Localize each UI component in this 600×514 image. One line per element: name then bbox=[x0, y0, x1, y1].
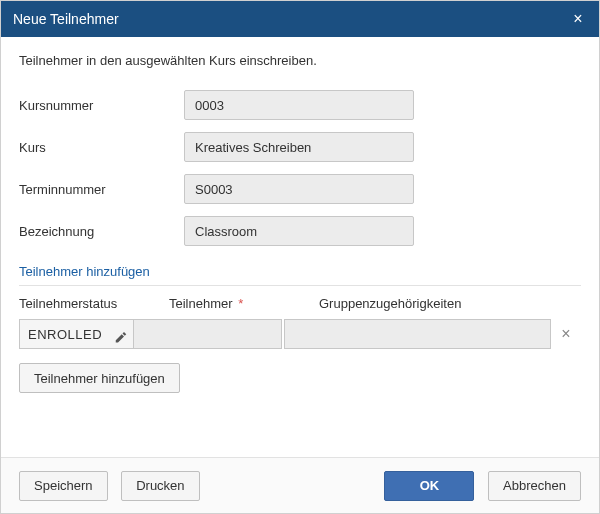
required-asterisk: * bbox=[238, 296, 243, 311]
participant-cell[interactable] bbox=[134, 319, 282, 349]
add-participant-button[interactable]: Teilnehmer hinzufügen bbox=[19, 363, 180, 393]
pencil-icon bbox=[115, 332, 127, 344]
course-label: Kurs bbox=[19, 140, 184, 155]
new-participants-dialog: Neue Teilnehmer × Teilnehmer in den ausg… bbox=[0, 0, 600, 514]
status-cell[interactable]: ENROLLED bbox=[19, 319, 134, 349]
dialog-footer: Speichern Drucken OK Abbrechen bbox=[1, 457, 599, 513]
section-title: Teilnehmer hinzufügen bbox=[19, 264, 581, 279]
designation-value: Classroom bbox=[184, 216, 414, 246]
divider bbox=[19, 285, 581, 286]
session-number-value: S0003 bbox=[184, 174, 414, 204]
dialog-content: Teilnehmer in den ausgewählten Kurs eins… bbox=[1, 37, 599, 457]
col-participant-label: Teilnehmer * bbox=[169, 296, 319, 311]
col-groups-label: Gruppenzugehörigkeiten bbox=[319, 296, 581, 311]
field-course: Kurs Kreatives Schreiben bbox=[19, 132, 581, 162]
course-number-value: 0003 bbox=[184, 90, 414, 120]
print-button[interactable]: Drucken bbox=[121, 471, 199, 501]
col-status-label: Teilnehmerstatus bbox=[19, 296, 169, 311]
cancel-button[interactable]: Abbrechen bbox=[488, 471, 581, 501]
designation-label: Bezeichnung bbox=[19, 224, 184, 239]
session-number-label: Terminnummer bbox=[19, 182, 184, 197]
groups-cell[interactable] bbox=[284, 319, 551, 349]
course-number-label: Kursnummer bbox=[19, 98, 184, 113]
titlebar: Neue Teilnehmer × bbox=[1, 1, 599, 37]
save-button[interactable]: Speichern bbox=[19, 471, 108, 501]
ok-button[interactable]: OK bbox=[384, 471, 474, 501]
table-row: ENROLLED × bbox=[19, 319, 581, 349]
field-course-number: Kursnummer 0003 bbox=[19, 90, 581, 120]
status-value: ENROLLED bbox=[28, 327, 102, 342]
participants-table-header: Teilnehmerstatus Teilnehmer * Gruppenzug… bbox=[19, 296, 581, 311]
remove-row-icon[interactable]: × bbox=[551, 319, 581, 349]
close-icon[interactable]: × bbox=[569, 10, 587, 28]
field-session-number: Terminnummer S0003 bbox=[19, 174, 581, 204]
field-designation: Bezeichnung Classroom bbox=[19, 216, 581, 246]
col-participant-text: Teilnehmer bbox=[169, 296, 233, 311]
course-value: Kreatives Schreiben bbox=[184, 132, 414, 162]
intro-text: Teilnehmer in den ausgewählten Kurs eins… bbox=[19, 53, 581, 68]
dialog-title: Neue Teilnehmer bbox=[13, 11, 119, 27]
